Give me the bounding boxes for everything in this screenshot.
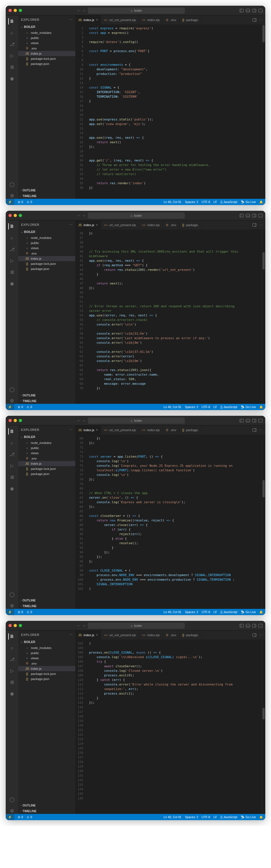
minimap[interactable] (262, 229, 265, 404)
code-line[interactable]: console.error('Error while closing the s… (89, 682, 262, 687)
maximize-window[interactable] (19, 624, 22, 627)
more-icon[interactable]: ⋯ (259, 223, 263, 227)
code-line[interactable]: }); (89, 477, 262, 482)
code-area[interactable]: )process.on(CLOSE_SIGNAL, async () => { … (86, 640, 262, 814)
notifications-icon[interactable]: 🔔 (259, 405, 263, 409)
layout-icon[interactable] (259, 624, 263, 627)
account-icon[interactable]: ◯ (9, 386, 15, 393)
code-line[interactable]: process.exit(0); (89, 673, 262, 678)
outline-section[interactable]: ›OUTLINE (18, 803, 75, 808)
maximize-window[interactable] (19, 419, 22, 422)
warnings[interactable]: ⚠ 0 (27, 405, 32, 409)
code-line[interactable] (89, 742, 262, 746)
errors[interactable]: ⊘ 0 (18, 815, 23, 819)
nav-back-icon[interactable]: ← (77, 623, 81, 628)
code-line[interactable] (89, 733, 262, 737)
code-line[interactable]: name: error.constructor.name, (89, 372, 262, 377)
encoding[interactable]: UTF-8 (202, 200, 210, 204)
test-icon[interactable]: ◉ (9, 690, 15, 696)
code-line[interactable]: resolve(); (89, 541, 262, 546)
code-line[interactable]: const CLOSE_SIGNAL = ( (89, 568, 262, 573)
timeline-section[interactable]: ›TIMELINE (18, 398, 75, 404)
editor-tab[interactable]: {}package. (180, 630, 202, 640)
code-line[interactable]: }; (89, 559, 262, 564)
toggle-panel-icon[interactable] (246, 9, 250, 12)
code-line[interactable]: app.use((error, req, res, next) => { (89, 313, 262, 318)
cursor-position[interactable]: Ln 40, Col 91 (164, 815, 182, 819)
editor-tab[interactable]: <>index.ejs (139, 16, 163, 25)
more-icon[interactable]: ⋯ (259, 18, 263, 22)
errors[interactable]: ⊘ 0 (18, 405, 23, 409)
explorer-icon[interactable]: 🗎 (8, 223, 15, 229)
language[interactable]: {} JavaScript (220, 405, 237, 409)
code-line[interactable]: return res.render('index') (89, 181, 262, 186)
search-icon[interactable]: ⌕ (9, 30, 15, 36)
code-line[interactable]: const server = app.listen(PORT, () => { (89, 455, 262, 459)
file-item[interactable]: ⚙.env (18, 456, 75, 461)
code-line[interactable]: return res.status(200).render('url_not_p… (89, 268, 262, 272)
debug-icon[interactable]: ▷ (9, 463, 15, 469)
code-line[interactable]: const SIGNAL = { (89, 86, 262, 90)
code-line[interactable]: const PORT = process.env['PORT'] (89, 49, 262, 54)
editor-tab[interactable]: <>index.ejs (139, 630, 163, 640)
code-line[interactable]: } (89, 99, 262, 104)
test-icon[interactable]: ◉ (9, 75, 15, 82)
code-line[interactable]: message: error.message (89, 381, 262, 386)
encoding[interactable]: UTF-8 (202, 405, 210, 409)
timeline-section[interactable]: ›TIMELINE (18, 193, 75, 199)
editor-tab[interactable]: ⚙.env (163, 220, 180, 229)
code-line[interactable] (89, 787, 262, 792)
editor-tab[interactable]: <>url_not_present.ejs (101, 426, 139, 435)
account-icon[interactable]: ◯ (9, 181, 15, 187)
close-icon[interactable]: × (96, 18, 98, 22)
code-line[interactable]: ) (89, 641, 262, 646)
minimap[interactable] (262, 25, 265, 199)
split-icon[interactable] (252, 428, 256, 432)
code-line[interactable] (89, 240, 262, 245)
minimap[interactable] (262, 640, 265, 814)
code-line[interactable] (89, 705, 262, 710)
code-line[interactable]: } (89, 76, 262, 81)
code-line[interactable] (89, 290, 262, 295)
editor-tab[interactable]: <>index.ejs (139, 426, 163, 435)
more-icon[interactable]: ⋯ (69, 223, 73, 227)
command-center[interactable]: ⌕ boiler (88, 622, 185, 629)
more-icon[interactable]: ⋯ (259, 428, 263, 432)
file-item[interactable]: JSindex.js (18, 461, 75, 466)
layout-icon[interactable] (259, 419, 263, 422)
indent[interactable]: Spaces: 2 (185, 815, 198, 819)
encoding[interactable]: UTF-8 (202, 815, 210, 819)
toggle-sidebar-icon[interactable] (240, 9, 244, 12)
project-title[interactable]: ⌄BOILER (18, 229, 75, 235)
nav-back-icon[interactable]: ← (77, 213, 81, 218)
code-line[interactable]: }); (89, 145, 262, 149)
file-item[interactable]: ›views (18, 451, 75, 456)
code-line[interactable]: // Error thrown on server, return 200 an… (89, 304, 262, 309)
search-icon[interactable]: ⌕ (9, 235, 15, 241)
code-line[interactable] (89, 782, 262, 787)
settings-icon[interactable]: ⚙ (9, 192, 15, 199)
go-live[interactable]: 📡 Go Live (241, 815, 256, 819)
file-item[interactable]: JSindex.js (18, 256, 75, 261)
code-editor[interactable]: 1234567891011121314151617181920212223242… (75, 25, 265, 199)
file-item[interactable]: {}package-lock.json (18, 56, 75, 61)
file-item[interactable]: {}package.json (18, 471, 75, 476)
editor-tab[interactable]: ⚙.env (163, 426, 180, 435)
toggle-secondary-icon[interactable] (252, 624, 256, 627)
code-line[interactable]: ) (89, 587, 262, 591)
cursor-position[interactable]: Ln 40, Col 91 (164, 200, 182, 204)
language[interactable]: {} JavaScript (220, 610, 237, 614)
file-item[interactable]: ›public (18, 650, 75, 656)
code-line[interactable]: const app = express() (89, 31, 262, 35)
project-title[interactable]: ⌄BOILER (18, 24, 75, 30)
file-item[interactable]: ›node_modules (18, 440, 75, 445)
minimap[interactable] (262, 435, 265, 609)
code-line[interactable] (89, 764, 262, 769)
code-line[interactable] (89, 300, 262, 304)
code-line[interactable] (89, 710, 262, 714)
code-line[interactable]: console.error('\x1b[0m') (89, 359, 262, 363)
file-item[interactable]: ›node_modules (18, 30, 75, 35)
settings-icon[interactable]: ⚙ (9, 398, 15, 404)
eol[interactable]: LF (214, 200, 217, 204)
code-line[interactable] (89, 54, 262, 58)
